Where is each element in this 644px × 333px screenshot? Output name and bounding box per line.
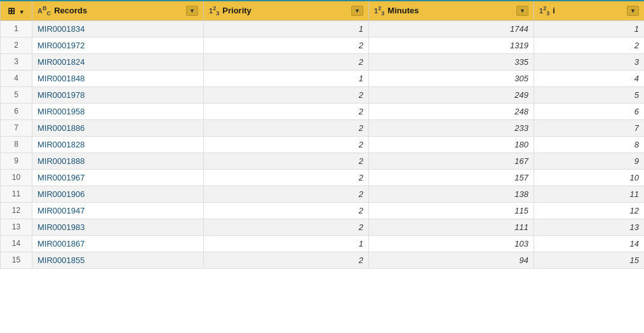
cell-i: 11 [534,186,645,202]
cell-records: MIR0001848 [32,70,204,86]
row-number: 14 [1,235,32,252]
cell-priority: 2 [204,219,369,235]
header-records-label: Records [54,6,87,15]
cell-minutes: 335 [369,53,534,70]
cell-records: MIR0001888 [32,153,204,169]
cell-priority: 2 [204,37,369,53]
table-row: 9MIR000188821679 [1,153,645,169]
cell-minutes: 305 [369,70,534,86]
cell-i: 7 [534,119,645,136]
header-minutes: 123 Minutes ▼ [369,1,534,20]
priority-dropdown-button[interactable]: ▼ [351,6,363,16]
i-type-icon: 123 [539,5,549,17]
cell-records: MIR0001855 [32,252,204,268]
cell-records: MIR0001828 [32,136,204,153]
table-row: 2MIR0001972213192 [1,37,645,53]
row-number: 9 [1,153,32,169]
table-row: 7MIR000188622337 [1,119,645,136]
header-i-label: i [553,6,555,15]
table-row: 6MIR000195822486 [1,103,645,119]
cell-minutes: 249 [369,86,534,103]
cell-priority: 2 [204,202,369,219]
cell-i: 4 [534,70,645,86]
header-records: ABC Records ▼ [32,1,204,20]
header-priority: 123 Priority ▼ [204,1,369,20]
cell-i: 14 [534,235,645,252]
cell-priority: 2 [204,136,369,153]
cell-priority: 2 [204,103,369,119]
cell-minutes: 1744 [369,20,534,37]
i-dropdown-button[interactable]: ▼ [627,6,639,16]
cell-priority: 2 [204,186,369,202]
table-row: 1MIR0001834117441 [1,20,645,37]
row-number: 12 [1,202,32,219]
table-row: 15MIR000185529415 [1,252,645,268]
cell-records: MIR0001906 [32,186,204,202]
cell-minutes: 115 [369,202,534,219]
cell-minutes: 94 [369,252,534,268]
grid-icon: ⊞ [8,6,15,16]
table-container: ⊞ ▼ ABC Records ▼ 123 [0,0,644,333]
cell-priority: 2 [204,169,369,186]
cell-i: 12 [534,202,645,219]
cell-records: MIR0001867 [32,235,204,252]
cell-records: MIR0001824 [32,53,204,70]
table-row: 10MIR0001967215710 [1,169,645,186]
row-number: 1 [1,20,32,37]
row-number: 15 [1,252,32,268]
table-body: 1MIR00018341174412MIR00019722131923MIR00… [1,20,645,268]
table-row: 8MIR000182821808 [1,136,645,153]
cell-priority: 1 [204,235,369,252]
cell-minutes: 167 [369,153,534,169]
header-row: ⊞ ▼ ABC Records ▼ 123 [1,1,645,20]
header-dropdown-arrow[interactable]: ▼ [19,9,25,15]
header-minutes-label: Minutes [387,6,419,15]
header-row-number: ⊞ ▼ [1,1,32,20]
row-number: 13 [1,219,32,235]
records-type-icon: ABC [37,5,51,17]
cell-records: MIR0001978 [32,86,204,103]
cell-minutes: 180 [369,136,534,153]
cell-records: MIR0001958 [32,103,204,119]
cell-i: 6 [534,103,645,119]
cell-priority: 2 [204,53,369,70]
cell-i: 3 [534,53,645,70]
row-number: 5 [1,86,32,103]
minutes-type-icon: 123 [374,5,384,17]
cell-records: MIR0001967 [32,169,204,186]
row-number: 2 [1,37,32,53]
table-row: 3MIR000182423353 [1,53,645,70]
table-row: 13MIR0001983211113 [1,219,645,235]
cell-minutes: 138 [369,186,534,202]
cell-minutes: 111 [369,219,534,235]
cell-i: 5 [534,86,645,103]
row-number: 8 [1,136,32,153]
cell-minutes: 103 [369,235,534,252]
header-priority-label: Priority [222,6,252,15]
cell-i: 10 [534,169,645,186]
cell-minutes: 157 [369,169,534,186]
cell-records: MIR0001983 [32,219,204,235]
row-number: 7 [1,119,32,136]
cell-records: MIR0001834 [32,20,204,37]
row-number: 10 [1,169,32,186]
table-row: 12MIR0001947211512 [1,202,645,219]
cell-minutes: 1319 [369,37,534,53]
cell-i: 15 [534,252,645,268]
cell-priority: 2 [204,86,369,103]
cell-i: 1 [534,20,645,37]
cell-i: 2 [534,37,645,53]
cell-priority: 2 [204,252,369,268]
table-row: 11MIR0001906213811 [1,186,645,202]
row-number: 11 [1,186,32,202]
table-row: 14MIR0001867110314 [1,235,645,252]
minutes-dropdown-button[interactable]: ▼ [516,6,528,16]
table-row: 5MIR000197822495 [1,86,645,103]
cell-priority: 1 [204,20,369,37]
data-table: ⊞ ▼ ABC Records ▼ 123 [0,0,644,269]
priority-type-icon: 123 [209,5,219,17]
table-row: 4MIR000184813054 [1,70,645,86]
cell-priority: 2 [204,153,369,169]
records-dropdown-button[interactable]: ▼ [186,6,198,16]
cell-records: MIR0001972 [32,37,204,53]
